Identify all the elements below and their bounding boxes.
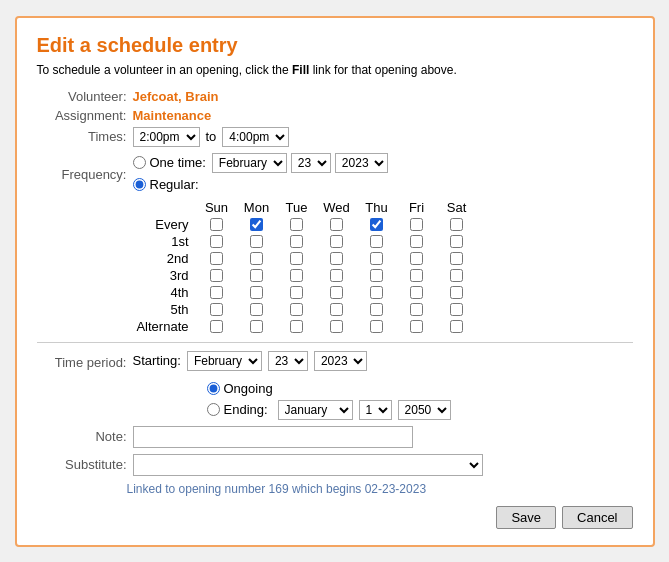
button-row: Save Cancel bbox=[37, 506, 633, 529]
volunteer-row: Volunteer: Jefcoat, Brain bbox=[37, 89, 633, 104]
onetime-month-select[interactable]: February January March bbox=[212, 153, 287, 173]
2nd-fri[interactable] bbox=[410, 252, 423, 265]
3rd-sun[interactable] bbox=[210, 269, 223, 282]
2nd-sun[interactable] bbox=[210, 252, 223, 265]
1st-mon[interactable] bbox=[250, 235, 263, 248]
3rd-thu[interactable] bbox=[370, 269, 383, 282]
1st-thu[interactable] bbox=[370, 235, 383, 248]
1st-sat[interactable] bbox=[450, 235, 463, 248]
substitute-label: Substitute: bbox=[37, 457, 127, 472]
ongoing-radio[interactable] bbox=[207, 382, 220, 395]
row-every-label: Every bbox=[127, 217, 197, 232]
substitute-row: Substitute: bbox=[37, 454, 633, 476]
starting-controls: Starting: February January March 23 2023 bbox=[133, 351, 367, 371]
cancel-button[interactable]: Cancel bbox=[562, 506, 632, 529]
ending-radio-label[interactable]: Ending: bbox=[207, 402, 268, 417]
one-time-radio-label[interactable]: One time: bbox=[133, 155, 206, 170]
2nd-sat[interactable] bbox=[450, 252, 463, 265]
times-to-select[interactable]: 4:00pm 3:00pm 5:00pm bbox=[222, 127, 289, 147]
row-alternate: Alternate bbox=[127, 319, 633, 334]
regular-row: Regular: bbox=[133, 177, 388, 192]
start-day-select[interactable]: 23 bbox=[268, 351, 308, 371]
5th-fri[interactable] bbox=[410, 303, 423, 316]
onetime-year-select[interactable]: 2023 bbox=[335, 153, 388, 173]
alt-wed[interactable] bbox=[330, 320, 343, 333]
note-row: Note: bbox=[37, 426, 633, 448]
end-year-select[interactable]: 2050 bbox=[398, 400, 451, 420]
alt-thu[interactable] bbox=[370, 320, 383, 333]
times-row: Times: 2:00pm 1:00pm 3:00pm to 4:00pm 3:… bbox=[37, 127, 633, 147]
end-day-select[interactable]: 1 bbox=[359, 400, 392, 420]
every-tue[interactable] bbox=[290, 218, 303, 231]
times-label: Times: bbox=[37, 129, 127, 144]
2nd-mon[interactable] bbox=[250, 252, 263, 265]
5th-tue[interactable] bbox=[290, 303, 303, 316]
ongoing-label: Ongoing bbox=[224, 381, 273, 396]
2nd-wed[interactable] bbox=[330, 252, 343, 265]
alt-mon[interactable] bbox=[250, 320, 263, 333]
start-month-select[interactable]: February January March bbox=[187, 351, 262, 371]
row-4th: 4th bbox=[127, 285, 633, 300]
ending-radio[interactable] bbox=[207, 403, 220, 416]
row-5th-label: 5th bbox=[127, 302, 197, 317]
1st-sun[interactable] bbox=[210, 235, 223, 248]
5th-thu[interactable] bbox=[370, 303, 383, 316]
onetime-day-select[interactable]: 23 bbox=[291, 153, 331, 173]
every-fri[interactable] bbox=[410, 218, 423, 231]
calendar-grid: Sun Mon Tue Wed Thu Fri Sat Every 1st bbox=[127, 200, 633, 334]
every-sun[interactable] bbox=[210, 218, 223, 231]
3rd-tue[interactable] bbox=[290, 269, 303, 282]
4th-thu[interactable] bbox=[370, 286, 383, 299]
1st-tue[interactable] bbox=[290, 235, 303, 248]
every-wed[interactable] bbox=[330, 218, 343, 231]
every-mon[interactable] bbox=[250, 218, 263, 231]
save-button[interactable]: Save bbox=[496, 506, 556, 529]
5th-sun[interactable] bbox=[210, 303, 223, 316]
1st-wed[interactable] bbox=[330, 235, 343, 248]
4th-sat[interactable] bbox=[450, 286, 463, 299]
3rd-wed[interactable] bbox=[330, 269, 343, 282]
dialog-title: Edit a schedule entry bbox=[37, 34, 633, 57]
alt-sun[interactable] bbox=[210, 320, 223, 333]
row-5th: 5th bbox=[127, 302, 633, 317]
3rd-mon[interactable] bbox=[250, 269, 263, 282]
3rd-sat[interactable] bbox=[450, 269, 463, 282]
times-to-label: to bbox=[206, 129, 217, 144]
day-header-tue: Tue bbox=[277, 200, 317, 215]
day-header-mon: Mon bbox=[237, 200, 277, 215]
every-thu[interactable] bbox=[370, 218, 383, 231]
3rd-fri[interactable] bbox=[410, 269, 423, 282]
5th-wed[interactable] bbox=[330, 303, 343, 316]
substitute-select[interactable] bbox=[133, 454, 483, 476]
row-2nd-label: 2nd bbox=[127, 251, 197, 266]
frequency-label: Frequency: bbox=[37, 167, 127, 182]
regular-radio[interactable] bbox=[133, 178, 146, 191]
5th-sat[interactable] bbox=[450, 303, 463, 316]
4th-tue[interactable] bbox=[290, 286, 303, 299]
4th-fri[interactable] bbox=[410, 286, 423, 299]
alt-tue[interactable] bbox=[290, 320, 303, 333]
times-controls: 2:00pm 1:00pm 3:00pm to 4:00pm 3:00pm 5:… bbox=[133, 127, 290, 147]
time-period-row: Time period: Starting: February January … bbox=[37, 351, 633, 375]
note-label: Note: bbox=[37, 429, 127, 444]
times-from-select[interactable]: 2:00pm 1:00pm 3:00pm bbox=[133, 127, 200, 147]
start-year-select[interactable]: 2023 bbox=[314, 351, 367, 371]
4th-wed[interactable] bbox=[330, 286, 343, 299]
regular-radio-label[interactable]: Regular: bbox=[133, 177, 199, 192]
note-input[interactable] bbox=[133, 426, 413, 448]
volunteer-label: Volunteer: bbox=[37, 89, 127, 104]
linked-info: Linked to opening number 169 which begin… bbox=[127, 482, 633, 496]
1st-fri[interactable] bbox=[410, 235, 423, 248]
ongoing-radio-label[interactable]: Ongoing bbox=[207, 381, 273, 396]
alt-fri[interactable] bbox=[410, 320, 423, 333]
every-sat[interactable] bbox=[450, 218, 463, 231]
5th-mon[interactable] bbox=[250, 303, 263, 316]
alt-sat[interactable] bbox=[450, 320, 463, 333]
end-month-select[interactable]: January February bbox=[278, 400, 353, 420]
edit-schedule-dialog: Edit a schedule entry To schedule a volu… bbox=[15, 16, 655, 547]
one-time-radio[interactable] bbox=[133, 156, 146, 169]
4th-mon[interactable] bbox=[250, 286, 263, 299]
4th-sun[interactable] bbox=[210, 286, 223, 299]
2nd-tue[interactable] bbox=[290, 252, 303, 265]
2nd-thu[interactable] bbox=[370, 252, 383, 265]
